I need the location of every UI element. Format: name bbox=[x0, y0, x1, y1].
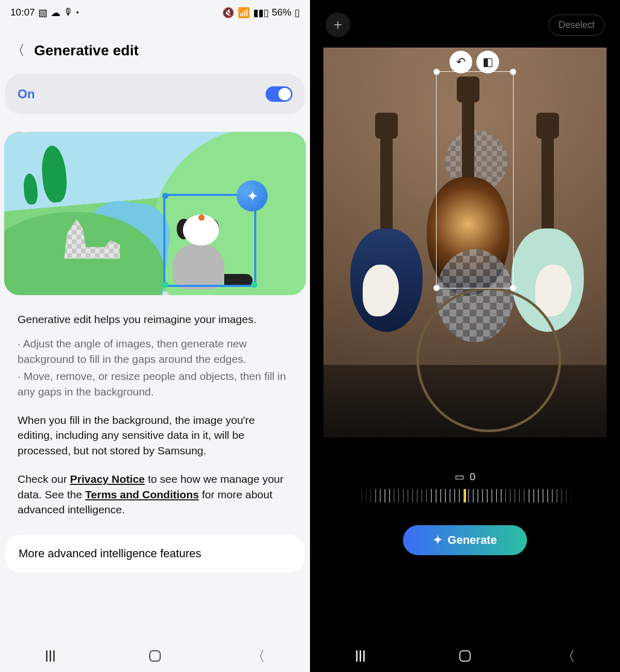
status-bar: 10:07 ▧ ☁ 🎙 • 🔇 📶 ▮▮▯ 56% ▯ bbox=[0, 0, 310, 25]
angle-value: 0 bbox=[470, 471, 475, 483]
page-title: Generative edit bbox=[34, 42, 138, 59]
mic-icon: 🎙 bbox=[64, 7, 73, 18]
nav-recents-icon[interactable] bbox=[355, 649, 368, 663]
generate-button[interactable]: ✦ Generate bbox=[403, 525, 527, 555]
image-canvas[interactable]: ↶ ◧ bbox=[323, 48, 607, 437]
privacy-link[interactable]: Privacy Notice bbox=[70, 473, 145, 485]
deselect-button[interactable]: Deselect bbox=[549, 14, 605, 36]
angle-ruler[interactable] bbox=[357, 489, 574, 502]
angle-controls: ▭ 0 bbox=[310, 470, 620, 502]
cloud-icon: ☁ bbox=[51, 7, 60, 19]
handle-bl[interactable] bbox=[433, 285, 440, 291]
more-features-button[interactable]: More advanced intelligence features bbox=[5, 534, 305, 573]
signal-icon: ▮▮▯ bbox=[253, 7, 269, 19]
page-header: 〈 Generative edit bbox=[0, 25, 310, 74]
feature-illustration: ✦ bbox=[4, 132, 306, 295]
generate-label: Generate bbox=[447, 533, 497, 547]
sparkle-icon: ✦ bbox=[237, 180, 268, 211]
toggle-label: On bbox=[18, 87, 35, 101]
gallery-icon: ▧ bbox=[38, 7, 48, 19]
status-time: 10:07 bbox=[10, 7, 35, 18]
toggle-thumb bbox=[278, 88, 291, 100]
nav-home-icon[interactable] bbox=[148, 649, 162, 663]
desc-bullet-2: · Move, remove, or resize people and obj… bbox=[18, 369, 292, 399]
wifi-icon: 📶 bbox=[238, 7, 250, 19]
desc-bullet-1: · Adjust the angle of images, then gener… bbox=[18, 336, 292, 366]
battery-text: 56% bbox=[272, 7, 291, 18]
undo-button[interactable]: ↶ bbox=[450, 51, 472, 73]
desc-para-2: When you fill in the background, the ima… bbox=[18, 413, 292, 458]
system-nav-bar: 〈 bbox=[0, 640, 310, 672]
undo-icon: ↶ bbox=[456, 55, 466, 69]
battery-icon: ▯ bbox=[295, 7, 300, 19]
more-features-label: More advanced intelligence features bbox=[19, 547, 201, 560]
mute-icon: 🔇 bbox=[222, 7, 235, 19]
more-notification-dot: • bbox=[76, 8, 79, 17]
shelf-arc bbox=[416, 287, 561, 432]
nav-back-icon[interactable]: 〈 bbox=[252, 649, 265, 663]
toggle-switch[interactable] bbox=[266, 86, 292, 102]
selection-rect[interactable] bbox=[436, 71, 514, 288]
desc-lead: Generative edit helps you reimagine your… bbox=[18, 312, 292, 327]
sparkle-icon: ✦ bbox=[433, 533, 442, 547]
feature-description: Generative edit helps you reimagine your… bbox=[0, 295, 310, 517]
desc-para-3: Check our Privacy Notice to see how we m… bbox=[18, 471, 292, 517]
deselect-label: Deselect bbox=[559, 20, 595, 30]
nav-recents-icon[interactable] bbox=[45, 649, 58, 663]
add-button[interactable]: + bbox=[326, 12, 350, 37]
plus-icon: + bbox=[334, 17, 342, 33]
erase-button[interactable]: ◧ bbox=[476, 51, 499, 73]
handle-tr[interactable] bbox=[510, 69, 516, 75]
terms-link[interactable]: Terms and Conditions bbox=[85, 488, 199, 500]
handle-br[interactable] bbox=[510, 285, 516, 291]
nav-back-icon[interactable]: 〈 bbox=[562, 649, 575, 663]
feature-toggle-row[interactable]: On bbox=[5, 74, 305, 114]
system-nav-bar: 〈 bbox=[310, 640, 620, 672]
handle-tl[interactable] bbox=[433, 69, 440, 75]
eraser-icon: ◧ bbox=[483, 55, 493, 69]
nav-home-icon[interactable] bbox=[458, 649, 472, 663]
guitar-left bbox=[350, 125, 423, 332]
straighten-icon: ▭ bbox=[455, 470, 464, 483]
back-icon[interactable]: 〈 bbox=[11, 41, 25, 59]
